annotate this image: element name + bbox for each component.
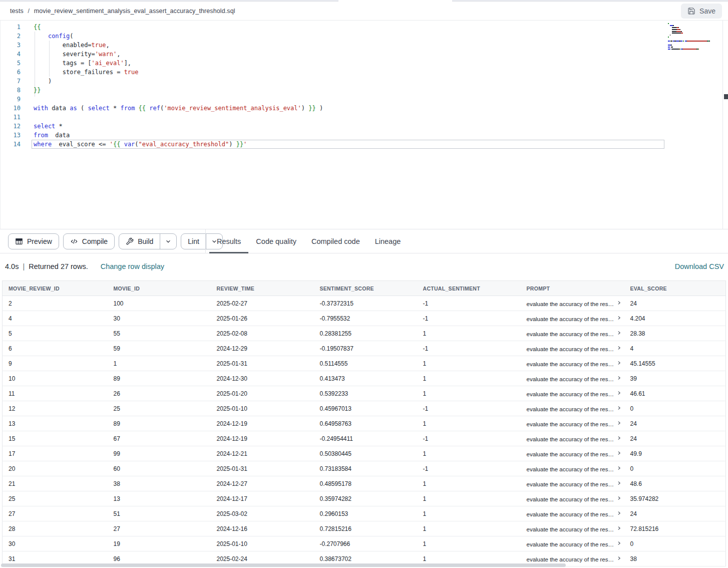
cell-movie-id: 38 [108,476,211,491]
expand-prompt-chevron-right-icon[interactable] [617,480,621,486]
line-number: 8 [1,86,21,95]
expand-prompt-chevron-right-icon[interactable] [617,435,621,441]
line-number: 14 [1,140,21,149]
horizontal-scrollbar[interactable] [0,563,728,567]
expand-prompt-chevron-right-icon[interactable] [617,360,621,366]
code-line[interactable]: 12select * [1,122,664,131]
cell-movie-id: 60 [108,461,211,476]
code-editor[interactable]: 1{{2 config(3 enabled=true,4 severity='w… [0,21,728,229]
column-header-sentiment-score: SENTIMENT_SCORE [314,281,417,296]
expand-prompt-chevron-right-icon[interactable] [617,345,621,351]
save-button[interactable]: Save [681,4,722,19]
code-line[interactable]: 1{{ [1,23,664,32]
cell-movie-review-id: 9 [3,356,108,371]
table-row: 27512025-03-020.29601531evaluate the acc… [3,506,726,521]
prompt-text: evaluate the accuracy of the res… [527,391,614,397]
cell-sentiment-score: 0.2960153 [314,506,417,521]
line-number: 10 [1,104,21,113]
cell-sentiment-score: 0.413473 [314,371,417,386]
build-dropdown-chevron-down-icon[interactable] [160,234,176,249]
expand-prompt-chevron-right-icon[interactable] [617,555,621,561]
cell-actual-sentiment: 1 [417,326,521,341]
code-line[interactable]: 6 store_failures = true [1,68,664,77]
code-line[interactable]: 9 [1,95,664,104]
code-line[interactable]: 10with data as ( select * from {{ ref('m… [1,104,664,113]
table-row: 15672024-12-19-0.24954411-1evaluate the … [3,431,726,446]
cell-prompt: evaluate the accuracy of the res… [521,431,624,446]
expand-prompt-chevron-right-icon[interactable] [617,390,621,396]
table-row: 30192025-01-10-0.27079661evaluate the ac… [3,536,726,551]
column-header-review-time: REVIEW_TIME [211,281,314,296]
expand-prompt-chevron-right-icon[interactable] [617,465,621,471]
expand-prompt-chevron-right-icon[interactable] [617,405,621,411]
result-tabs: ResultsCode qualityCompiled codeLineage [209,229,408,253]
cell-movie-id: 51 [108,506,211,521]
editor-minimap[interactable] [668,23,722,50]
horizontal-scrollbar-thumb[interactable] [1,563,566,567]
code-line[interactable]: 4 severity='warn', [1,50,664,59]
build-button-label: Build [138,237,153,245]
code-line[interactable]: 5 tags = ['ai_eval'], [1,59,664,68]
file-header: tests / movie_review_sentiment_analysis_… [0,2,728,21]
expand-prompt-chevron-right-icon[interactable] [617,420,621,426]
cell-actual-sentiment: -1 [417,401,521,416]
cell-eval-score: 4 [624,341,726,356]
cell-movie-review-id: 12 [3,401,108,416]
cell-review-time: 2025-01-20 [211,386,314,401]
code-line[interactable]: 3 enabled=true, [1,41,664,50]
cell-actual-sentiment: -1 [417,311,521,326]
code-line-text: config( [32,32,664,41]
build-button[interactable]: Build [119,233,177,249]
code-line[interactable]: 13from data [1,131,664,140]
line-number: 4 [1,50,21,59]
tab-compiled-code[interactable]: Compiled code [304,229,368,253]
column-header-movie-id: MOVIE_ID [108,281,211,296]
expand-prompt-chevron-right-icon[interactable] [617,495,621,501]
cell-actual-sentiment: 1 [417,416,521,431]
preview-button[interactable]: Preview [8,233,59,249]
code-line[interactable]: 8}} [1,86,664,95]
cell-prompt: evaluate the accuracy of the res… [521,371,624,386]
change-row-display-link[interactable]: Change row display [101,262,164,270]
cell-prompt: evaluate the accuracy of the res… [521,446,624,461]
tab-results[interactable]: Results [209,229,248,253]
expand-prompt-chevron-right-icon[interactable] [617,450,621,456]
tab-code-quality[interactable]: Code quality [248,229,304,253]
cell-actual-sentiment: 1 [417,386,521,401]
editor-scrollbar[interactable] [722,21,728,229]
cell-review-time: 2025-02-08 [211,326,314,341]
expand-prompt-chevron-right-icon[interactable] [617,315,621,321]
cell-movie-id: 13 [108,491,211,506]
editor-scrollbar-thumb[interactable] [724,94,728,99]
line-number: 1 [1,23,21,32]
compile-button[interactable]: Compile [63,233,115,249]
code-line[interactable]: 2 config( [1,32,664,41]
tab-lineage[interactable]: Lineage [368,229,409,253]
code-line[interactable]: 11 [1,113,664,122]
table-row: 20602025-01-310.73183584-1evaluate the a… [3,461,726,476]
table-row: 21382024-12-270.485951781evaluate the ac… [3,476,726,491]
table-row: 5552025-02-080.283812551evaluate the acc… [3,326,726,341]
cell-movie-id: 19 [108,536,211,551]
expand-prompt-chevron-right-icon[interactable] [617,540,621,546]
code-line[interactable]: 14where eval_score <= '{{ var("eval_accu… [1,140,664,149]
download-csv-link[interactable]: Download CSV [675,262,724,270]
cell-eval-score: 24 [624,506,726,521]
cell-movie-id: 59 [108,341,211,356]
expand-prompt-chevron-right-icon[interactable] [617,330,621,336]
cell-eval-score: 45.14555 [624,356,726,371]
expand-prompt-chevron-right-icon[interactable] [617,375,621,381]
line-number: 9 [1,95,21,104]
cell-sentiment-score: -0.7955532 [314,311,417,326]
code-lines[interactable]: 1{{2 config(3 enabled=true,4 severity='w… [1,23,664,149]
expand-prompt-chevron-right-icon[interactable] [617,300,621,306]
cell-movie-id: 27 [108,521,211,536]
code-line[interactable]: 7 ) [1,77,664,86]
expand-prompt-chevron-right-icon[interactable] [617,510,621,516]
cell-eval-score: 4.204 [624,311,726,326]
cell-movie-id: 67 [108,431,211,446]
expand-prompt-chevron-right-icon[interactable] [617,525,621,531]
table-row: 13892024-12-190.649587631evaluate the ac… [3,416,726,431]
cell-movie-id: 99 [108,446,211,461]
cell-actual-sentiment: 1 [417,536,521,551]
